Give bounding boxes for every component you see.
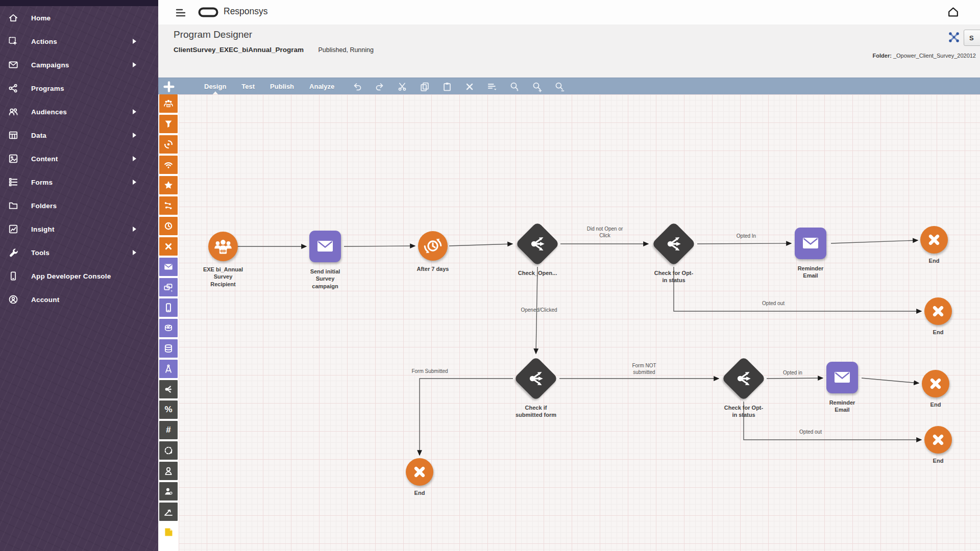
sidebar-item-label: Content	[31, 155, 58, 163]
node-end-4[interactable]	[922, 370, 949, 397]
copy-icon[interactable]	[419, 81, 430, 92]
oracle-logo	[198, 7, 218, 17]
tab-design[interactable]: Design	[204, 78, 226, 95]
note-icon	[163, 527, 174, 538]
zoom-out-icon[interactable]	[554, 81, 565, 92]
palette-item-signal[interactable]	[159, 156, 178, 174]
palette-item-ab-split[interactable]	[159, 360, 178, 378]
ab-split-icon	[163, 363, 174, 374]
palette-item-percent-split[interactable]: %	[159, 400, 178, 419]
hamburger-icon[interactable]	[175, 7, 187, 18]
profile-status-icon	[163, 486, 174, 497]
sidebar-item-label: Audiences	[31, 108, 67, 116]
responsys-app: HomeActionsCampaignsProgramsAudiencesDat…	[0, 0, 980, 551]
palette-item-profile[interactable]	[159, 462, 178, 480]
toolbar-tabs: DesignTestPublishAnalyze	[204, 78, 334, 95]
tab-test[interactable]: Test	[241, 78, 255, 95]
node-end-5[interactable]	[924, 426, 952, 454]
palette-item-variants[interactable]	[159, 278, 178, 296]
delete-icon[interactable]	[464, 81, 475, 92]
sidebar-item-tools[interactable]: Tools	[0, 241, 158, 264]
palette-item-filter[interactable]	[159, 115, 178, 133]
sidebar-item-home[interactable]: Home	[0, 6, 158, 30]
fit-to-screen-icon[interactable]	[947, 31, 961, 44]
sidebar-item-campaigns[interactable]: Campaigns	[0, 53, 158, 77]
redo-icon[interactable]	[374, 81, 385, 92]
palette-item-audience[interactable]	[159, 94, 178, 113]
palette-item-timer[interactable]	[159, 217, 178, 235]
end-icon	[927, 429, 949, 451]
main-area: Responsys Program Designer ClientSurvey_…	[158, 0, 980, 551]
sidebar-item-label: Data	[31, 132, 46, 139]
signal-icon	[163, 159, 174, 170]
palette-item-jump[interactable]	[159, 196, 178, 215]
sidebar-item-folders[interactable]: Folders	[0, 194, 158, 217]
palette-item-performance[interactable]	[159, 503, 178, 521]
folder-path: Folder: _Opower_Client_Survey_202012	[873, 53, 976, 59]
sidebar-item-content[interactable]: Content	[0, 147, 158, 170]
chevron-right-icon	[133, 180, 136, 185]
switch-icon	[526, 233, 549, 255]
node-end-3[interactable]	[406, 458, 433, 486]
edge-8	[420, 379, 513, 455]
recurring-entry-icon	[163, 139, 174, 150]
sidebar-item-insight[interactable]: Insight	[0, 217, 158, 241]
palette-item-profile-status[interactable]	[159, 482, 178, 500]
sidebar-item-data[interactable]: Data	[0, 123, 158, 147]
sidebar-item-actions[interactable]: Actions	[0, 30, 158, 53]
mobile-icon	[163, 302, 174, 313]
edge-12	[744, 402, 921, 440]
node-end-1[interactable]	[920, 226, 948, 254]
jump-icon	[163, 200, 174, 211]
end-icon	[923, 229, 945, 251]
node-reminder-email-2[interactable]	[826, 362, 858, 393]
palette-item-mobile[interactable]	[159, 298, 178, 317]
email-icon	[798, 231, 823, 256]
palette-item-email[interactable]	[159, 258, 178, 276]
tab-publish[interactable]: Publish	[270, 78, 294, 95]
chevron-right-icon	[133, 156, 136, 161]
email-icon	[830, 365, 854, 390]
sidebar-item-audiences[interactable]: Audiences	[0, 100, 158, 123]
variants-icon	[163, 282, 174, 293]
undo-icon[interactable]	[352, 81, 363, 92]
email-icon	[313, 234, 337, 259]
program-name: ClientSurvey_EXEC_biAnnual_Program	[174, 46, 304, 54]
node-send-initial[interactable]	[309, 231, 341, 262]
home-icon[interactable]	[947, 6, 960, 18]
sidebar-item-forms[interactable]: Forms	[0, 170, 158, 194]
tab-analyze[interactable]: Analyze	[309, 78, 334, 95]
node-after-7-days[interactable]	[418, 231, 448, 261]
palette-item-note[interactable]	[159, 523, 178, 541]
node-end-2[interactable]	[924, 297, 952, 325]
align-icon[interactable]	[486, 81, 498, 92]
palette-item-segment[interactable]	[159, 441, 178, 460]
timer-icon	[163, 220, 174, 232]
cut-icon[interactable]	[397, 81, 408, 92]
palette-item-branch[interactable]	[159, 380, 178, 398]
add-stage-button[interactable]	[162, 80, 176, 93]
program-canvas[interactable]: Did not Open or ClickOpted InOpted outOp…	[179, 94, 980, 551]
zoom-select-icon[interactable]	[509, 81, 520, 92]
sidebar-item-account[interactable]: Account	[0, 288, 158, 311]
sidebar-item-programs[interactable]: Programs	[0, 77, 158, 100]
palette-item-recurring-entry[interactable]	[159, 135, 178, 154]
palette-item-data[interactable]	[159, 339, 178, 358]
folders-icon	[8, 200, 19, 211]
sidebar-item-app-developer-console[interactable]: App Developer Console	[0, 264, 158, 288]
zoom-in-icon[interactable]	[531, 81, 543, 92]
palette-item-data-switch[interactable]: #	[159, 421, 178, 439]
node-reminder-email-1[interactable]	[795, 228, 826, 259]
palette-item-favorite[interactable]	[159, 176, 178, 194]
palette-item-cancel[interactable]	[159, 237, 178, 256]
audience-icon	[163, 98, 174, 109]
sidebar-item-label: Folders	[31, 202, 57, 210]
toolbar-icons	[352, 81, 565, 92]
sidebar-item-label: Actions	[31, 38, 57, 45]
paste-icon[interactable]	[442, 81, 453, 92]
end-icon	[408, 461, 431, 483]
save-button[interactable]: S	[964, 30, 980, 46]
palette-item-approval[interactable]	[159, 319, 178, 337]
node-start[interactable]	[208, 232, 238, 261]
edge-2	[449, 244, 512, 246]
